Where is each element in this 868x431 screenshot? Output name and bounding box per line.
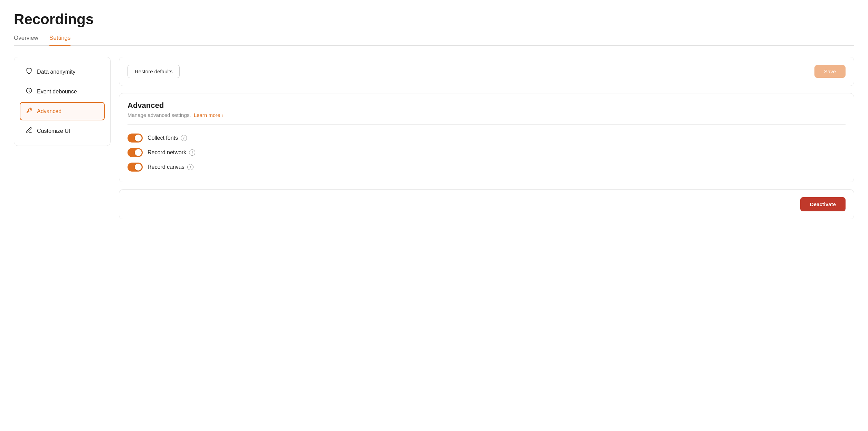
main-content: Restore defaults Save Advanced Manage ad… (119, 57, 854, 219)
divider (128, 124, 846, 125)
clock-icon (25, 87, 33, 96)
tab-settings[interactable]: Settings (49, 35, 70, 46)
record-canvas-info-icon: i (187, 164, 194, 170)
tab-bar: Overview Settings (14, 35, 854, 46)
sidebar-item-data-anonymity[interactable]: Data anonymity (20, 63, 105, 81)
deactivate-card: Deactivate (119, 189, 854, 219)
sidebar-item-customize-ui[interactable]: Customize UI (20, 122, 105, 140)
wrench-icon (25, 107, 33, 116)
learn-more-link[interactable]: Learn more (194, 112, 224, 118)
restore-defaults-button[interactable]: Restore defaults (128, 65, 180, 78)
sidebar: Data anonymity Event debounce Advanced C… (14, 57, 111, 146)
main-layout: Data anonymity Event debounce Advanced C… (14, 57, 854, 219)
collect-fonts-toggle[interactable] (128, 134, 143, 143)
record-network-info-icon: i (189, 149, 195, 156)
advanced-card: Advanced Manage advanced settings. Learn… (119, 93, 854, 182)
deactivate-button[interactable]: Deactivate (800, 197, 846, 211)
collect-fonts-row: Collect fonts i (128, 131, 846, 145)
record-network-label: Record network i (148, 149, 195, 156)
tab-overview[interactable]: Overview (14, 35, 38, 46)
pen-icon (25, 127, 33, 135)
page-title: Recordings (14, 11, 854, 28)
advanced-subtitle: Manage advanced settings. Learn more (128, 112, 846, 118)
record-canvas-row: Record canvas i (128, 160, 846, 174)
toolbar-card: Restore defaults Save (119, 57, 854, 86)
toolbar: Restore defaults Save (128, 65, 846, 78)
record-canvas-label: Record canvas i (148, 164, 194, 170)
collect-fonts-info-icon: i (181, 135, 187, 141)
record-network-row: Record network i (128, 145, 846, 160)
sidebar-item-advanced[interactable]: Advanced (20, 102, 105, 120)
collect-fonts-label: Collect fonts i (148, 135, 187, 141)
record-network-toggle[interactable] (128, 148, 143, 157)
record-canvas-toggle[interactable] (128, 163, 143, 172)
sidebar-item-event-debounce[interactable]: Event debounce (20, 82, 105, 101)
save-button[interactable]: Save (814, 65, 846, 78)
shield-icon (25, 67, 33, 76)
advanced-title: Advanced (128, 101, 846, 110)
